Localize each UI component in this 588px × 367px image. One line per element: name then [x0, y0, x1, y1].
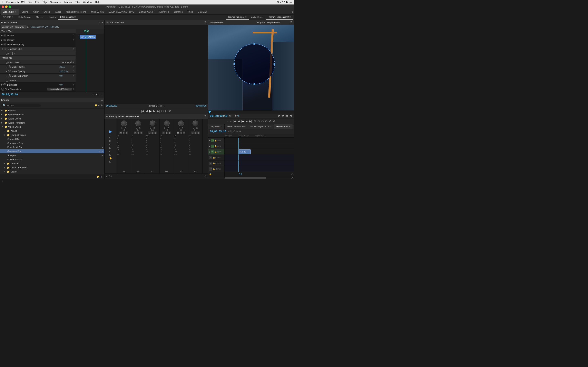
- a3-track-toggle[interactable]: A3: [209, 167, 212, 171]
- scrollbar-thumb[interactable]: [225, 177, 266, 179]
- seq-tab-seq01[interactable]: Sequence 01: [208, 124, 225, 129]
- mask-expansion-row[interactable]: ▶ ◎ Mask Expansion 0.0 ↺: [0, 74, 76, 78]
- transport-marker-icon[interactable]: ⊡: [109, 143, 112, 146]
- master-mute-btn[interactable]: ⊙: [205, 175, 207, 178]
- program-settings-icon[interactable]: ⚙: [269, 120, 272, 123]
- workspace-tab-assembly[interactable]: Assembly ☰: [1, 9, 19, 15]
- tree-color-correction[interactable]: ▶ 📁 Color Correction: [0, 166, 104, 170]
- workspace-tab-titles[interactable]: Titles: [185, 9, 195, 15]
- a1-s-button[interactable]: S: [123, 132, 125, 134]
- source-insert-icon[interactable]: ⬡: [161, 109, 164, 113]
- in-point-button[interactable]: ⬦: [99, 93, 100, 96]
- menu-marker[interactable]: Marker: [64, 1, 72, 4]
- program-export-icon[interactable]: ⬡: [261, 120, 264, 123]
- close-button[interactable]: [2, 6, 4, 8]
- tab-markers[interactable]: Markers: [34, 15, 45, 20]
- program-add-marker[interactable]: ⊕: [273, 120, 276, 123]
- effect-gaussian-blur-header[interactable]: ▼ fx Gaussian Blur ↺: [0, 47, 76, 51]
- mask-handle-left[interactable]: [233, 63, 235, 65]
- program-step-back[interactable]: |◀: [233, 120, 236, 123]
- a2-pan-knob[interactable]: [150, 120, 155, 126]
- mask-expansion-reset[interactable]: ↺: [72, 75, 74, 77]
- motion-expand[interactable]: ▶: [1, 34, 3, 36]
- color-correction-expand[interactable]: ▶: [4, 167, 6, 169]
- menu-file[interactable]: File: [28, 1, 32, 4]
- effect-time-remapping-row[interactable]: ▶ fx Time Remapping: [0, 42, 76, 47]
- video-effects-header[interactable]: Video Effects: [0, 29, 76, 33]
- inverted-checkbox[interactable]: [6, 79, 8, 82]
- workspace-chevron[interactable]: »: [292, 10, 293, 13]
- mask-expand[interactable]: ▼: [1, 57, 3, 59]
- program-in-point[interactable]: ⬦: [227, 120, 228, 123]
- opacity-expand[interactable]: ▶: [1, 39, 3, 41]
- a3-extra[interactable]: ⬡: [215, 168, 217, 170]
- program-compare-icon[interactable]: ⬡: [265, 120, 268, 123]
- tree-audio-effects[interactable]: ▶ 📁 Audio Effects: [0, 117, 104, 121]
- time-remap-expand[interactable]: ▶: [1, 43, 3, 45]
- mask-opacity-expand[interactable]: ▶: [6, 70, 7, 72]
- effect-controls-close[interactable]: ✕: [101, 21, 103, 24]
- seq-tab-seq02[interactable]: Sequence 02 ☰: [274, 124, 293, 129]
- loop-button[interactable]: ↺: [93, 93, 95, 96]
- source-extract-icon[interactable]: ⬡: [160, 105, 162, 107]
- mask-path-keyframe-icon[interactable]: ◎: [6, 61, 9, 64]
- workspace-tab-editing[interactable]: Editing: [19, 9, 31, 15]
- blur-dimensions-row[interactable]: ◎ Blur Dimensions Horizontal and Vertica…: [0, 87, 76, 92]
- mask-path-add[interactable]: ⊕: [73, 61, 74, 63]
- minimize-button[interactable]: [5, 6, 8, 8]
- blur-dimensions-reset[interactable]: ↺: [72, 88, 74, 91]
- a2-s-button[interactable]: S: [151, 132, 154, 134]
- a1-m-button[interactable]: M: [120, 132, 122, 134]
- tree-adjust[interactable]: ▶ 📁 Adjust: [0, 129, 104, 133]
- tree-gaussian-blur[interactable]: Gaussian Blur ★ ★: [0, 149, 104, 153]
- aud2-m-button[interactable]: M: [162, 132, 165, 134]
- workspace-tab-editingcs5[interactable]: Editing (CS5.5): [137, 9, 157, 15]
- source-lift-icon[interactable]: ⬡: [163, 105, 164, 107]
- rect-mask-tool[interactable]: □: [10, 52, 13, 55]
- v1-eye[interactable]: 👁: [219, 151, 221, 153]
- workspace-tab-mike15[interactable]: Mike 15 inch: [89, 9, 106, 15]
- motion-reset[interactable]: ↺: [72, 34, 74, 37]
- mask-opacity-reset[interactable]: ↺: [72, 70, 74, 73]
- auc-o-button[interactable]: O: [140, 132, 143, 134]
- workspace-tab-libraries[interactable]: Libraries: [172, 9, 185, 15]
- video-effects-expand[interactable]: ▼: [1, 126, 4, 128]
- fullscreen-button[interactable]: [9, 6, 11, 8]
- delete-item-icon[interactable]: 🗑: [101, 104, 103, 107]
- transport-hand-icon[interactable]: ✋: [109, 157, 112, 160]
- a3-lock[interactable]: 🔒: [213, 168, 215, 170]
- seq-tab-nested01[interactable]: Nested Sequence 01: [225, 124, 248, 129]
- workspace-tab-effects[interactable]: Effects: [41, 9, 53, 15]
- tree-sharpen[interactable]: Sharpen ★: [0, 153, 104, 157]
- a2-extra[interactable]: ⬡: [215, 162, 217, 164]
- audio-mixer-menu[interactable]: ☰: [204, 115, 207, 118]
- a1-lock[interactable]: 🔒: [213, 157, 215, 159]
- timeline-settings-btn[interactable]: ⚙: [239, 130, 241, 133]
- a3-m-button[interactable]: M: [177, 132, 180, 134]
- gaussian-reset[interactable]: ↺: [72, 48, 74, 50]
- effect-timecode[interactable]: 00;00;03;10: [2, 93, 18, 96]
- transport-snap-icon[interactable]: ⊡: [109, 136, 112, 139]
- source-next-frame[interactable]: ▶: [153, 109, 155, 113]
- aud2-pan-knob[interactable]: [164, 120, 170, 126]
- seq02-menu[interactable]: ☰: [289, 125, 291, 128]
- v2-vis-toggle[interactable]: V2: [211, 145, 214, 148]
- play-out-button[interactable]: ▶: [96, 93, 97, 96]
- mask-feather-row[interactable]: ▶ ◎ Mask Feather 207.2 ↺: [0, 65, 76, 69]
- sequence-nav-arrow[interactable]: ▶: [27, 26, 29, 28]
- master-source-dropdown[interactable]: Master * MVI_4197.MOV ▾: [1, 25, 26, 29]
- new-folder-btn[interactable]: 📁: [97, 175, 100, 178]
- v2-lock[interactable]: 🔒: [215, 145, 217, 147]
- a1-extra[interactable]: ⬡: [215, 157, 217, 159]
- v1-vis-toggle[interactable]: V1: [211, 150, 214, 154]
- blurriness-row[interactable]: ▶ ◎ Blurriness 0.0 ↺: [0, 83, 76, 87]
- menu-clip[interactable]: Clip: [43, 1, 47, 4]
- transport-grid-icon[interactable]: ⊡: [109, 150, 112, 153]
- transport-expand-icon[interactable]: ⊡: [109, 147, 112, 149]
- source-add-marker[interactable]: ⊕: [169, 109, 171, 113]
- auc-pan-knob[interactable]: [135, 120, 141, 126]
- lumetri-expand[interactable]: ▶: [1, 114, 4, 116]
- workspace-tab-audio[interactable]: Audio: [53, 9, 63, 15]
- source-monitor-menu[interactable]: ☰: [204, 21, 207, 24]
- mask-opacity-value[interactable]: 100.0 %: [60, 70, 72, 73]
